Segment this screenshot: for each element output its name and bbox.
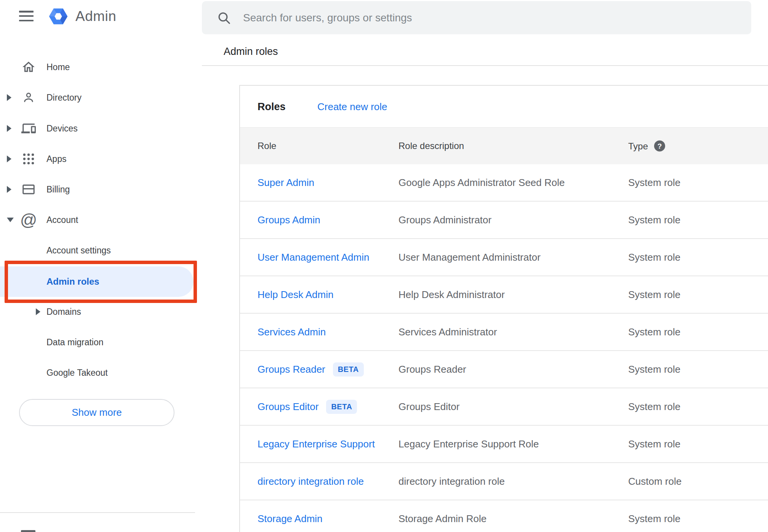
show-more-button[interactable]: Show more: [19, 399, 174, 426]
partial-bottom-icon: [21, 530, 35, 532]
sidebar-item-label: Devices: [46, 123, 78, 134]
role-description-cell: directory integration role: [398, 476, 505, 487]
role-type-cell: System role: [628, 401, 680, 413]
table-header-row: Role Role description Type ?: [240, 127, 768, 164]
at-sign-icon: @: [21, 212, 37, 228]
credit-card-icon: [21, 181, 37, 197]
role-type-cell: System role: [628, 326, 680, 338]
table-row: directory integration role directory int…: [240, 463, 768, 500]
role-type-cell: System role: [628, 364, 680, 375]
role-type-cell: System role: [628, 252, 680, 263]
roles-card-header: Roles Create new role: [240, 86, 768, 127]
help-icon[interactable]: ?: [654, 141, 665, 152]
hamburger-menu-icon[interactable]: [19, 11, 34, 21]
table-row: Help Desk Admin Help Desk Administrator …: [240, 276, 768, 314]
role-cell: Services Admin: [258, 314, 326, 350]
chevron-right-icon[interactable]: [7, 155, 11, 162]
chevron-down-icon[interactable]: [7, 218, 14, 222]
table-row: Super Admin Google Apps Administrator Se…: [240, 164, 768, 202]
breadcrumb: Admin roles: [224, 46, 278, 58]
role-type-cell: System role: [628, 214, 680, 226]
role-description-cell: Groups Editor: [398, 401, 459, 413]
sidebar-item-domains[interactable]: Domains: [0, 296, 202, 327]
sidebar-item-directory[interactable]: Directory: [0, 82, 202, 113]
show-more-label: Show more: [72, 407, 122, 418]
beta-badge: BETA: [326, 400, 357, 414]
table-row: Legacy Enterprise Support Legacy Enterpr…: [240, 426, 768, 463]
role-description-cell: Services Administrator: [398, 326, 497, 338]
main-content: Search for users, groups or settings Adm…: [202, 0, 768, 532]
role-cell: Storage Admin: [258, 500, 323, 532]
table-row: Groups Admin Groups Administrator System…: [240, 202, 768, 239]
table-row: User Management Admin User Management Ad…: [240, 239, 768, 276]
sidebar-item-account[interactable]: @ Account: [0, 205, 202, 235]
admin-logo: Admin: [47, 5, 116, 27]
role-link[interactable]: Services Admin: [258, 326, 326, 338]
sidebar-item-home[interactable]: Home: [0, 52, 202, 82]
role-type-cell: System role: [628, 513, 680, 525]
chevron-right-icon[interactable]: [36, 308, 40, 315]
role-cell: Super Admin: [258, 164, 314, 201]
role-type-cell: System role: [628, 289, 680, 301]
card-title: Roles: [258, 101, 286, 112]
role-description-cell: Legacy Enterprise Support Role: [398, 438, 539, 450]
role-cell: Legacy Enterprise Support: [258, 426, 375, 462]
sidebar-item-data-migration[interactable]: Data migration: [0, 327, 202, 357]
search-input[interactable]: Search for users, groups or settings: [243, 12, 412, 24]
sidebar-item-devices[interactable]: Devices: [0, 113, 202, 144]
create-new-role-link[interactable]: Create new role: [317, 101, 387, 112]
role-link[interactable]: Groups Reader: [258, 364, 325, 375]
column-header-role-description: Role description: [398, 141, 464, 151]
role-description-cell: Help Desk Administrator: [398, 289, 505, 301]
role-link[interactable]: Help Desk Admin: [258, 289, 333, 301]
role-description-cell: User Management Administrator: [398, 252, 541, 263]
column-header-role: Role: [258, 141, 276, 151]
roles-table-body: Super Admin Google Apps Administrator Se…: [240, 164, 768, 532]
sidebar-item-apps[interactable]: Apps: [0, 144, 202, 174]
role-link[interactable]: Legacy Enterprise Support: [258, 438, 375, 450]
sidebar-header: Admin: [0, 0, 202, 34]
table-row: Groups Reader BETA Groups Reader System …: [240, 351, 768, 388]
sidebar-item-label: Account: [46, 215, 78, 225]
role-type-cell: System role: [628, 177, 680, 189]
admin-hexagon-icon: [47, 5, 69, 27]
role-link[interactable]: Super Admin: [258, 177, 314, 189]
search-icon: [216, 10, 232, 26]
sidebar-item-billing[interactable]: Billing: [0, 174, 202, 205]
sidebar-item-admin-roles[interactable]: Admin roles: [0, 266, 194, 297]
sidebar-divider: [0, 512, 195, 513]
search-bar[interactable]: Search for users, groups or settings: [202, 1, 751, 34]
role-link[interactable]: Groups Editor: [258, 401, 318, 413]
chevron-right-icon[interactable]: [7, 186, 11, 193]
role-cell: Groups Editor BETA: [258, 388, 357, 425]
home-icon: [21, 59, 37, 75]
sidebar-item-google-takeout[interactable]: Google Takeout: [0, 357, 202, 388]
sidebar-item-label: Billing: [46, 184, 70, 195]
app-title: Admin: [75, 8, 116, 24]
role-link[interactable]: directory integration role: [258, 476, 364, 487]
sidebar-item-label: Data migration: [46, 337, 104, 348]
chevron-right-icon[interactable]: [7, 125, 11, 132]
role-type-cell: Custom role: [628, 476, 682, 487]
role-description-cell: Groups Reader: [398, 364, 466, 375]
divider: [202, 65, 768, 66]
table-row: Services Admin Services Administrator Sy…: [240, 314, 768, 351]
admin-console-page: Admin Home Directory Devices: [0, 0, 768, 532]
role-cell: Help Desk Admin: [258, 276, 333, 313]
sidebar: Admin Home Directory Devices: [0, 0, 202, 532]
role-description-cell: Storage Admin Role: [398, 513, 486, 525]
role-link[interactable]: Groups Admin: [258, 214, 320, 226]
role-cell: Groups Admin: [258, 202, 320, 238]
sidebar-item-label: Directory: [46, 93, 82, 103]
sidebar-item-label: Google Takeout: [46, 368, 108, 378]
devices-icon: [21, 120, 37, 136]
chevron-right-icon[interactable]: [7, 94, 11, 101]
role-description-cell: Google Apps Administrator Seed Role: [398, 177, 565, 189]
sidebar-item-account-settings[interactable]: Account settings: [0, 235, 202, 266]
role-link[interactable]: Storage Admin: [258, 513, 323, 525]
column-header-type: Type ?: [628, 141, 665, 152]
roles-card: Roles Create new role Role Role descript…: [239, 85, 768, 532]
sidebar-item-label: Admin roles: [46, 276, 99, 287]
role-link[interactable]: User Management Admin: [258, 252, 369, 263]
sidebar-item-label: Domains: [46, 307, 81, 317]
